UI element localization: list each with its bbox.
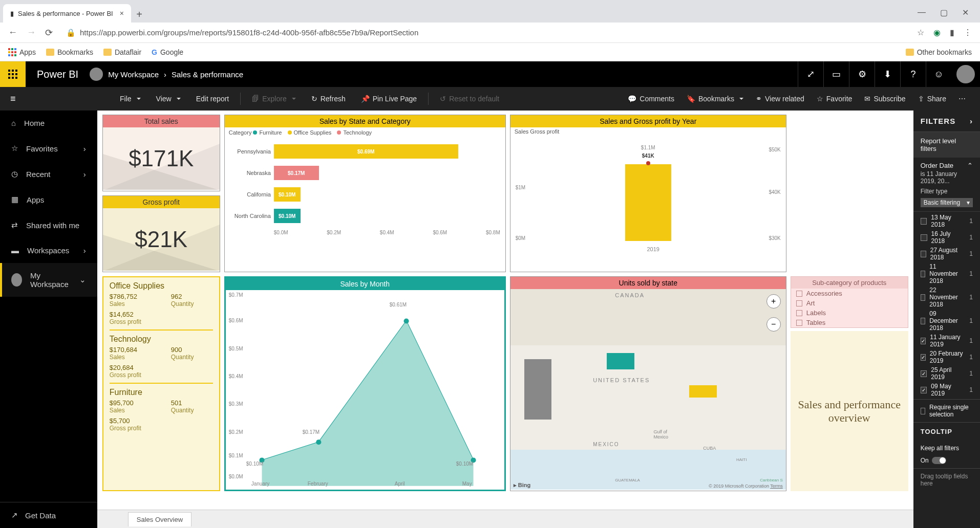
filter-date-item[interactable]: 25 April 20191 [921, 365, 973, 382]
breadcrumb-report[interactable]: Sales & performance [172, 70, 243, 79]
filter-date-item[interactable]: 22 November 20181 [921, 285, 973, 309]
nav-apps[interactable]: ▦Apps [0, 187, 97, 212]
checkbox-icon[interactable] [921, 251, 926, 257]
filter-date-item[interactable]: 09 May 20191 [921, 382, 973, 398]
extension-icon[interactable]: ◉ [933, 28, 941, 37]
feedback-smile-icon[interactable]: ☺ [926, 61, 951, 87]
nav-favorites[interactable]: ☆Favorites› [0, 136, 97, 161]
bookmark-folder[interactable]: Bookmarks [46, 48, 93, 56]
nav-hamburger-icon[interactable]: ≡ [8, 94, 111, 104]
reload-icon[interactable]: ⟳ [45, 27, 53, 38]
filter-date-item[interactable]: 27 August 20181 [921, 246, 973, 262]
apps-shortcut[interactable]: Apps [8, 48, 36, 56]
subscribe-button[interactable]: ✉Subscribe [858, 95, 911, 103]
edit-report-button[interactable]: Edit report [190, 95, 236, 103]
nav-recent[interactable]: ◷Recent› [0, 161, 97, 187]
chart-sales-by-state[interactable]: Sales by State and Category Category Fur… [224, 115, 506, 272]
checkbox-icon[interactable] [921, 234, 927, 241]
bookmarks-button[interactable]: 🔖Bookmarks [680, 95, 750, 103]
checkbox-icon[interactable] [921, 318, 926, 324]
filter-date-item[interactable]: 16 July 20181 [921, 229, 973, 246]
kpi-gross-profit[interactable]: Gross profit $21K [102, 195, 220, 272]
help-icon[interactable]: ? [900, 61, 926, 87]
filter-field-order-date[interactable]: Order Date⌃ is 11 January 2019, 20... Fi… [913, 158, 980, 212]
back-icon[interactable]: ← [8, 27, 17, 38]
map-terms-link[interactable]: Terms [770, 483, 783, 489]
checkbox-icon[interactable] [796, 300, 802, 306]
nav-shared[interactable]: ⇄Shared with me [0, 212, 97, 238]
checkbox-icon[interactable] [796, 310, 802, 316]
chevron-right-icon[interactable]: › [970, 117, 973, 125]
nav-home[interactable]: ⌂Home [0, 111, 97, 136]
close-tab-icon[interactable]: × [120, 9, 124, 17]
filter-date-item[interactable]: 11 January 20191 [921, 333, 973, 349]
page-tab[interactable]: Sales Overview [128, 512, 191, 526]
menu-icon[interactable]: ⋮ [964, 28, 972, 37]
bookmark-google[interactable]: GGoogle [152, 48, 183, 56]
view-related-button[interactable]: ⚭View related [750, 95, 811, 103]
chevron-up-icon[interactable]: ⌃ [967, 162, 973, 169]
map-units-by-state[interactable]: Units sold by state CANADA UNITED STATES… [510, 276, 786, 491]
download-icon[interactable]: ⬇ [875, 61, 900, 87]
new-tab-button[interactable]: + [131, 6, 147, 23]
keep-filters-toggle[interactable]: On [913, 456, 980, 468]
checkbox-icon[interactable] [921, 354, 926, 361]
nav-workspaces[interactable]: ▬Workspaces› [0, 238, 97, 263]
close-window-icon[interactable]: ✕ [962, 8, 969, 17]
checkbox-icon[interactable] [921, 271, 926, 277]
pin-live-button[interactable]: 📌Pin Live Page [355, 95, 423, 103]
checkbox-icon[interactable] [921, 294, 926, 301]
subcat-checkbox-item[interactable]: Accessories [791, 289, 908, 298]
get-data-button[interactable]: ↗Get Data [0, 502, 97, 528]
require-single-checkbox[interactable]: Require single selection [913, 399, 980, 422]
refresh-button[interactable]: ↻Refresh [305, 95, 352, 103]
toggle-switch-icon[interactable] [932, 457, 946, 464]
checkbox-icon[interactable] [921, 218, 927, 225]
fullscreen-icon[interactable]: ⤢ [798, 61, 823, 87]
forward-icon[interactable]: → [27, 27, 36, 38]
file-menu[interactable]: File [114, 95, 147, 103]
chat-icon[interactable]: ▭ [823, 61, 849, 87]
favorite-button[interactable]: ☆Favorite [811, 95, 859, 103]
subcat-checkbox-item[interactable]: Labels [791, 308, 908, 318]
breadcrumb-workspace[interactable]: My Workspace [108, 70, 159, 79]
more-button[interactable]: ⋯ [952, 95, 972, 103]
kpi-title: Gross profit [103, 196, 220, 208]
filter-date-item[interactable]: 09 December 20181 [921, 309, 973, 333]
checkbox-icon[interactable] [796, 320, 802, 326]
user-avatar[interactable] [956, 65, 975, 83]
kpi-total-sales[interactable]: Total sales $171K [102, 115, 220, 191]
comments-button[interactable]: 💬Comments [622, 95, 680, 103]
workspace-avatar-icon [90, 68, 103, 81]
filter-date-item[interactable]: 20 February 20191 [921, 349, 973, 365]
settings-gear-icon[interactable]: ⚙ [849, 61, 875, 87]
other-bookmarks[interactable]: Other bookmarks [906, 48, 972, 56]
subcat-checkbox-item[interactable]: Art [791, 298, 908, 308]
map-zoom-out[interactable]: − [766, 317, 781, 332]
subcategory-filter[interactable]: Sub-category of products AccessoriesArtL… [791, 276, 908, 328]
tooltip-drop-zone[interactable]: Drag tooltip fields here [913, 468, 980, 491]
star-icon[interactable]: ☆ [917, 28, 924, 37]
extension-icon-2[interactable]: ▮ [950, 28, 954, 37]
url-field[interactable]: 🔒 https://app.powerbi.com/groups/me/repo… [61, 28, 909, 37]
view-menu[interactable]: View [150, 95, 187, 103]
maximize-icon[interactable]: ▢ [940, 8, 948, 17]
map-zoom-in[interactable]: + [766, 294, 781, 309]
chart-sales-gross-by-year[interactable]: Sales and Gross profit by Year Sales Gro… [510, 115, 786, 272]
category-summary-card[interactable]: Office Supplies $786,752962 SalesQuantit… [102, 276, 220, 491]
checkbox-icon[interactable] [796, 291, 802, 297]
checkbox-icon[interactable] [921, 338, 926, 344]
filter-type-select[interactable]: Basic filtering▾ [921, 198, 973, 207]
nav-my-workspace[interactable]: My Workspace⌄ [0, 263, 97, 297]
filter-date-item[interactable]: 13 May 20181 [921, 213, 973, 229]
checkbox-icon[interactable] [921, 370, 927, 377]
checkbox-icon[interactable] [921, 387, 927, 393]
share-button[interactable]: ⇪Share [912, 95, 952, 103]
subcat-checkbox-item[interactable]: Tables [791, 318, 908, 327]
minimize-icon[interactable]: — [918, 8, 926, 17]
bookmark-folder[interactable]: Dataflair [103, 48, 141, 56]
browser-tab[interactable]: ▮ Sales & performance - Power BI × [3, 4, 131, 23]
filter-date-item[interactable]: 11 November 20181 [921, 262, 973, 285]
chart-sales-by-month[interactable]: Sales by Month $0.7M $0.6M $0.5M $0.4M $… [224, 276, 506, 491]
app-launcher-icon[interactable] [0, 61, 26, 87]
